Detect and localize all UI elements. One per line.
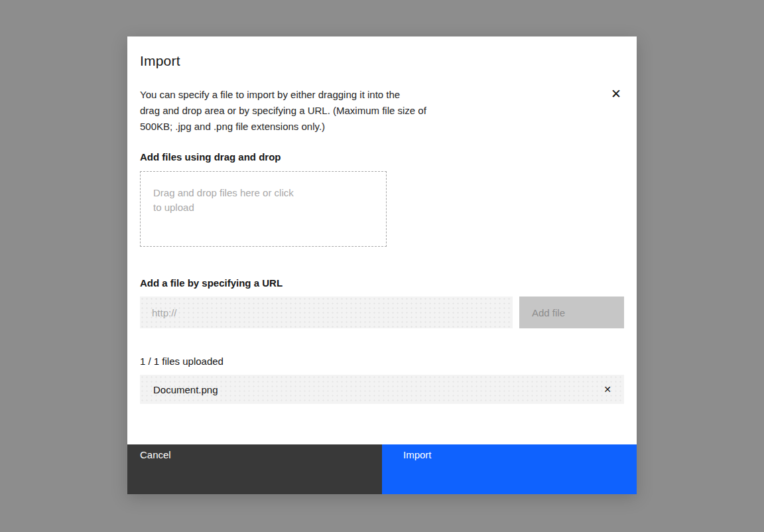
modal-content: Import You can specify a file to import … [127,36,637,444]
page-title: Import [140,52,624,70]
uploaded-file-row: Document.png ✕ [140,375,624,404]
import-button[interactable]: Import [382,444,637,494]
file-dropzone[interactable]: Drag and drop files here or click to upl… [140,171,387,247]
import-button-label: Import [403,449,637,461]
close-icon[interactable]: ✕ [603,81,629,107]
drag-drop-label: Add files using drag and drop [140,151,624,163]
upload-status-text: 1 / 1 files uploaded [140,356,624,367]
add-file-button[interactable]: Add file [519,297,624,328]
url-input-row: Add file [140,297,624,328]
import-modal: ✕ Import You can specify a file to impor… [127,36,637,494]
uploaded-file-name: Document.png [153,384,218,395]
remove-file-icon[interactable]: ✕ [597,379,618,400]
screen-backdrop: { "modal": { "title": "Import", "descrip… [0,0,764,532]
url-input[interactable] [140,297,513,328]
url-section-label: Add a file by specifying a URL [140,277,624,289]
cancel-button-label: Cancel [140,449,382,461]
modal-footer: Cancel Import [127,444,637,494]
modal-description: You can specify a file to import by eith… [140,87,624,135]
cancel-button[interactable]: Cancel [127,444,382,494]
